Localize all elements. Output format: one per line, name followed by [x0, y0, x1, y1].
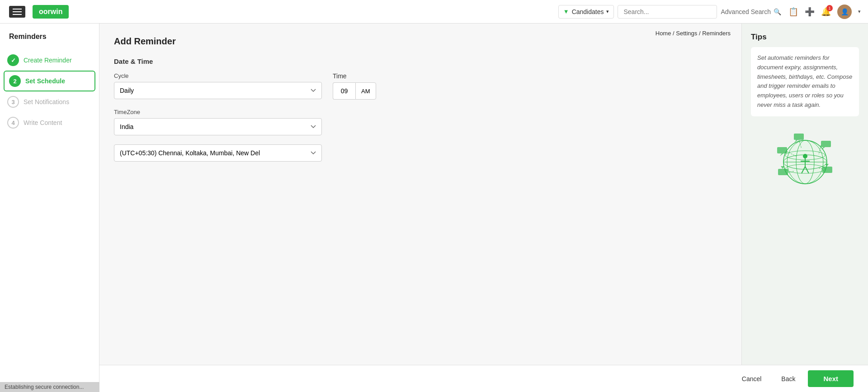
step-3-circle: 3: [7, 96, 19, 108]
sidebar-item-write-content[interactable]: 4 Write Content: [0, 112, 99, 133]
cycle-label: Cycle: [114, 72, 322, 79]
status-bar: Establishing secure connection...: [0, 382, 99, 392]
notifications-icon-button[interactable]: 🔔 1: [821, 7, 831, 17]
sidebar-item-create-reminder[interactable]: ✓ Create Reminder: [0, 50, 99, 71]
sidebar-item-set-notifications[interactable]: 3 Set Notifications: [0, 91, 99, 112]
chevron-down-icon: ▾: [606, 9, 609, 14]
step-4-label: Write Content: [24, 119, 62, 126]
documents-icon: 📋: [788, 7, 798, 16]
tips-panel: Tips Set automatic reminders for documen…: [741, 24, 868, 392]
sidebar-item-set-schedule[interactable]: 2 Set Schedule: [4, 71, 95, 91]
status-text: Establishing secure connection...: [5, 384, 84, 390]
cancel-button[interactable]: Cancel: [735, 372, 769, 386]
advanced-search-link[interactable]: Advanced Search 🔍: [721, 8, 781, 15]
timezone-select[interactable]: India USA UK Australia: [114, 118, 322, 135]
tips-title: Tips: [751, 33, 859, 42]
time-label: Time: [333, 72, 376, 80]
step-2-circle: 2: [9, 75, 21, 87]
ampm-button[interactable]: AM: [355, 82, 376, 100]
utc-group: (UTC+05:30) Chennai, Koltaka, Mumbai, Ne…: [114, 144, 322, 162]
search-area: ▼ Candidates ▾ Advanced Search 🔍: [558, 5, 781, 19]
time-input[interactable]: [333, 82, 355, 100]
svg-rect-12: [777, 147, 787, 153]
app-logo: oorwin: [33, 5, 69, 19]
time-group: Time AM: [333, 72, 376, 100]
bottom-actions: Cancel Back Next: [99, 365, 868, 392]
add-icon: ➕: [805, 7, 815, 16]
svg-rect-16: [821, 141, 831, 147]
step-1-label: Create Reminder: [24, 57, 72, 64]
search-input[interactable]: [618, 5, 717, 19]
filter-label: Candidates: [572, 8, 604, 15]
svg-rect-18: [822, 167, 832, 173]
next-button[interactable]: Next: [808, 370, 854, 387]
avatar-dropdown-button[interactable]: ▾: [858, 9, 861, 14]
time-input-row: AM: [333, 82, 376, 100]
candidates-filter[interactable]: ▼ Candidates ▾: [558, 5, 614, 19]
timezone-label: TimeZone: [114, 109, 322, 115]
sidebar: Reminders ✓ Create Reminder 2 Set Schedu…: [0, 24, 99, 392]
step-2-label: Set Schedule: [25, 77, 65, 85]
cycle-time-row: Cycle Daily Weekly Monthly Yearly Time A…: [114, 72, 727, 100]
date-time-section-title: Date & Time: [114, 57, 727, 65]
top-navigation: oorwin ▼ Candidates ▾ Advanced Search 🔍 …: [0, 0, 868, 24]
breadcrumb: Home / Settings / Reminders: [656, 30, 731, 37]
documents-icon-button[interactable]: 📋: [788, 7, 798, 17]
add-icon-button[interactable]: ➕: [805, 7, 815, 17]
breadcrumb-settings: Settings: [676, 30, 697, 37]
back-button[interactable]: Back: [774, 372, 802, 386]
search-icon: 🔍: [774, 8, 781, 15]
page-wrap: Reminders ✓ Create Reminder 2 Set Schedu…: [0, 24, 868, 392]
advanced-search-label: Advanced Search: [721, 8, 771, 15]
svg-marker-13: [780, 153, 783, 156]
page-title: Add Reminder: [114, 36, 727, 47]
step-1-circle: ✓: [7, 54, 19, 66]
utc-select[interactable]: (UTC+05:30) Chennai, Koltaka, Mumbai, Ne…: [114, 144, 322, 162]
tips-illustration: [751, 124, 859, 196]
step-4-circle: 4: [7, 117, 19, 129]
notification-badge: 1: [826, 5, 833, 11]
cycle-group: Cycle Daily Weekly Monthly Yearly: [114, 72, 322, 99]
breadcrumb-current: Reminders: [702, 30, 731, 37]
svg-rect-20: [778, 169, 788, 175]
svg-point-7: [803, 154, 807, 158]
avatar[interactable]: 👤: [837, 5, 852, 19]
sidebar-title: Reminders: [0, 33, 99, 50]
timezone-group: TimeZone India USA UK Australia: [114, 109, 322, 135]
tips-text: Set automatic reminders for document exp…: [751, 47, 859, 116]
main-content: Home / Settings / Reminders Add Reminder…: [99, 24, 741, 392]
hamburger-button[interactable]: [7, 4, 27, 19]
svg-rect-14: [794, 134, 804, 140]
nav-icons: 📋 ➕ 🔔 1 👤 ▾: [788, 5, 861, 19]
cycle-select[interactable]: Daily Weekly Monthly Yearly: [114, 82, 322, 99]
utc-row: (UTC+05:30) Chennai, Koltaka, Mumbai, Ne…: [114, 144, 727, 162]
globe-icon: [769, 124, 841, 196]
step-3-label: Set Notifications: [24, 98, 69, 105]
breadcrumb-home: Home: [656, 30, 671, 37]
timezone-row: TimeZone India USA UK Australia: [114, 109, 727, 135]
filter-icon: ▼: [563, 8, 569, 15]
